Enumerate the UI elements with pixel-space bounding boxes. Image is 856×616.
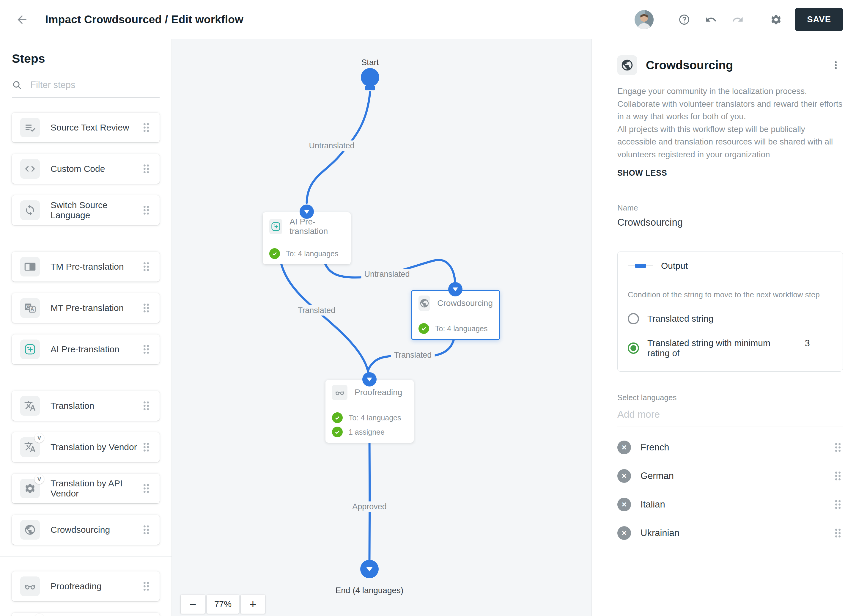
description-paragraph: Engage your community in the localizatio…: [617, 85, 843, 123]
language-row-italian: × Italian: [617, 490, 843, 519]
step-card-proofreading[interactable]: Proofreading: [12, 571, 160, 601]
add-language-input[interactable]: [617, 409, 843, 427]
step-card-ai-pre-translation[interactable]: AI Pre-translation: [12, 334, 160, 364]
node-status: To: 4 languages: [435, 324, 488, 333]
remove-language-button[interactable]: ×: [617, 498, 631, 511]
workflow-canvas[interactable]: Start End (4 languages) Untranslated Unt…: [172, 39, 591, 616]
drag-handle-icon[interactable]: [141, 441, 151, 453]
back-arrow-icon: [15, 13, 29, 26]
drag-handle-icon[interactable]: [141, 122, 151, 134]
translate-icon: [20, 396, 40, 416]
input-port-icon: [448, 282, 462, 296]
step-card-translation-by-vendor[interactable]: V Translation by Vendor: [12, 432, 160, 462]
language-row-french: × French: [617, 433, 843, 462]
step-card-translation[interactable]: Translation: [12, 391, 160, 421]
ai-icon: [20, 339, 40, 359]
language-name: Ukrainian: [640, 528, 679, 538]
start-node-label: Start: [361, 58, 379, 67]
edge-label: Untranslated: [361, 269, 413, 279]
group-divider: [0, 237, 171, 237]
node-status: 1 assignee: [349, 428, 385, 436]
tm-icon: [20, 257, 40, 277]
vendor-badge: V: [34, 474, 44, 484]
step-card-mt-pre-translation[interactable]: GA MT Pre-translation: [12, 293, 160, 323]
zoom-in-button[interactable]: +: [241, 594, 265, 614]
step-card-proofreading-by-vendor[interactable]: V Proofreading by Vendor: [12, 613, 160, 616]
translate-icon: V: [20, 437, 40, 457]
step-card-translation-by-api-vendor[interactable]: V Translation by API Vendor: [12, 474, 160, 503]
language-list: × French × German × Italian: [617, 433, 843, 547]
drag-handle-icon[interactable]: [141, 261, 151, 273]
node-status: To: 4 languages: [349, 414, 401, 422]
step-label: AI Pre-translation: [51, 344, 120, 354]
kebab-menu-button[interactable]: [829, 58, 843, 72]
language-row-german: × German: [617, 462, 843, 490]
ai-sparkle-icon: [269, 219, 282, 234]
filter-steps-field: [12, 79, 160, 98]
end-node-label: End (4 languages): [336, 586, 403, 595]
sync-icon: [20, 200, 40, 220]
redo-icon: [732, 14, 744, 26]
steps-sidebar: Steps Source Text Review Custom: [0, 39, 172, 616]
drag-handle-icon[interactable]: [141, 482, 151, 494]
code-icon: [20, 159, 40, 179]
step-label: Source Text Review: [51, 123, 129, 132]
drag-handle-icon[interactable]: [141, 343, 151, 355]
check-circle-icon: [332, 412, 343, 423]
back-button[interactable]: [13, 11, 31, 29]
radio-option-translated-string[interactable]: Translated string: [628, 313, 833, 324]
workflow-node-proofreading[interactable]: Proofreading To: 4 languages 1 assignee: [325, 380, 414, 443]
gear-icon: V: [20, 479, 40, 498]
remove-language-button[interactable]: ×: [617, 469, 631, 483]
drag-handle-icon[interactable]: [833, 442, 843, 453]
undo-button[interactable]: [703, 12, 719, 27]
language-name: Italian: [640, 499, 665, 510]
drag-handle-icon[interactable]: [141, 204, 151, 216]
step-label: Custom Code: [51, 164, 105, 174]
drag-handle-icon[interactable]: [833, 499, 843, 510]
step-card-switch-source-language[interactable]: Switch Source Language: [12, 195, 160, 225]
step-label: Translation by Vendor: [51, 442, 137, 452]
end-node[interactable]: [360, 560, 379, 578]
remove-language-button[interactable]: ×: [617, 526, 631, 540]
help-button[interactable]: [676, 12, 692, 27]
drag-handle-icon[interactable]: [833, 527, 843, 539]
remove-language-button[interactable]: ×: [617, 440, 631, 454]
start-node[interactable]: [361, 68, 379, 86]
redo-button[interactable]: [730, 12, 745, 27]
drag-handle-icon[interactable]: [141, 163, 151, 175]
show-less-link[interactable]: SHOW LESS: [617, 169, 667, 178]
step-details-panel: Crowdsourcing Engage your community in t…: [591, 39, 856, 616]
steps-list: Source Text Review Custom Code Switch So…: [12, 113, 160, 616]
settings-button[interactable]: [768, 12, 784, 27]
drag-handle-icon[interactable]: [141, 580, 151, 592]
step-card-source-text-review[interactable]: Source Text Review: [12, 113, 160, 142]
minimum-rating-input[interactable]: [782, 338, 833, 358]
step-card-crowdsourcing[interactable]: Crowdsourcing: [12, 515, 160, 545]
node-status: To: 4 languages: [286, 249, 339, 258]
step-label: Crowdsourcing: [51, 525, 110, 535]
mt-icon: GA: [20, 298, 40, 318]
drag-handle-icon[interactable]: [141, 302, 151, 314]
drag-handle-icon[interactable]: [141, 400, 151, 412]
edge-label: Translated: [295, 305, 339, 316]
name-input[interactable]: [617, 217, 843, 234]
workflow-node-ai-pre-translation[interactable]: AI Pre-translation To: 4 languages: [263, 212, 351, 264]
workflow-node-crowdsourcing[interactable]: Crowdsourcing To: 4 languages: [411, 290, 500, 340]
radio-option-label: Translated string: [647, 314, 713, 324]
avatar[interactable]: [634, 10, 654, 29]
step-card-custom-code[interactable]: Custom Code: [12, 154, 160, 184]
drag-handle-icon[interactable]: [141, 524, 151, 536]
workflow-editor-app: Impact Crowdsourced / Edit workflow: [0, 0, 856, 616]
filter-steps-input[interactable]: [30, 79, 160, 91]
save-button[interactable]: SAVE: [795, 8, 843, 31]
drag-handle-icon[interactable]: [833, 470, 843, 482]
zoom-out-button[interactable]: −: [181, 594, 205, 614]
step-card-tm-pre-translation[interactable]: TM Pre-translation: [12, 252, 160, 282]
language-row-ukrainian: × Ukrainian: [617, 519, 843, 547]
step-description: Engage your community in the localizatio…: [617, 85, 843, 161]
edge-proofreading-to-end: [369, 435, 370, 559]
radio-option-minimum-rating[interactable]: Translated string with minimum rating of: [628, 338, 833, 358]
step-label: MT Pre-translation: [51, 303, 124, 313]
sidebar-title: Steps: [12, 52, 160, 66]
